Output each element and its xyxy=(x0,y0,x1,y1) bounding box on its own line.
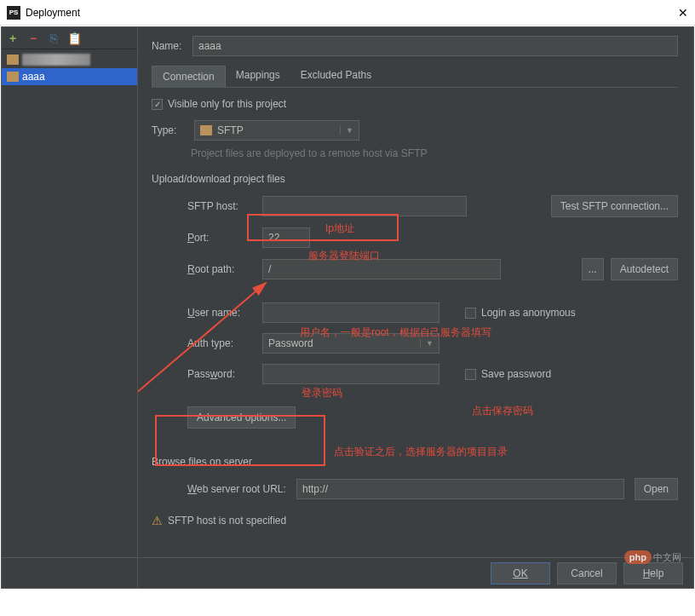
chevron-down-icon: ▼ xyxy=(420,339,434,348)
tab-mappings[interactable]: Mappings xyxy=(226,65,290,87)
root-path-input[interactable] xyxy=(262,259,501,279)
watermark-text: 中文网 xyxy=(653,551,681,564)
login-anonymous-label: Login as anonymous xyxy=(481,307,576,319)
open-button[interactable]: Open xyxy=(635,478,678,500)
auth-type-label: Auth type: xyxy=(152,337,262,349)
web-url-label: Web server root URL: xyxy=(152,483,296,495)
test-connection-button[interactable]: Test SFTP connection... xyxy=(551,195,678,217)
auth-type-value: Password xyxy=(268,337,313,349)
watermark-brand: php xyxy=(624,550,652,564)
advanced-options-button[interactable]: Advanced options... xyxy=(187,406,296,429)
chevron-down-icon: ▼ xyxy=(340,126,353,135)
port-label: Port: xyxy=(152,232,262,244)
name-label: Name: xyxy=(152,40,192,52)
tabs: Connection Mappings Excluded Paths xyxy=(152,65,678,88)
upload-section-title: Upload/download project files xyxy=(152,173,678,185)
content-panel: Name: Connection Mappings Excluded Paths… xyxy=(138,27,693,588)
sidebar: + − ⎘ 📋 aaaa xyxy=(2,27,138,588)
visible-only-checkbox[interactable]: ✓ xyxy=(152,99,163,110)
app-icon: PS xyxy=(7,6,20,20)
tab-excluded-paths[interactable]: Excluded Paths xyxy=(290,65,382,87)
browse-section-title: Browse files on server xyxy=(152,456,678,468)
cancel-button[interactable]: Cancel xyxy=(557,562,617,584)
name-input[interactable] xyxy=(192,36,678,56)
titlebar: PS Deployment ✕ xyxy=(0,0,695,26)
auth-type-select[interactable]: Password ▼ xyxy=(262,333,439,354)
save-password-label: Save password xyxy=(481,368,551,380)
footer: OK Cancel Help xyxy=(2,557,693,588)
sidebar-toolbar: + − ⎘ 📋 xyxy=(2,27,137,49)
add-icon[interactable]: + xyxy=(7,32,19,44)
browse-root-button[interactable]: ... xyxy=(582,258,604,280)
remove-icon[interactable]: − xyxy=(27,32,39,44)
root-path-label: Root path: xyxy=(152,263,262,275)
watermark: php 中文网 xyxy=(624,550,681,564)
sftp-host-input[interactable] xyxy=(262,196,467,216)
sftp-host-label: SFTP host: xyxy=(152,200,262,212)
save-password-checkbox[interactable] xyxy=(465,369,476,380)
password-input[interactable] xyxy=(262,364,439,384)
server-icon xyxy=(7,55,19,65)
user-name-input[interactable] xyxy=(262,302,439,323)
user-name-label: User name: xyxy=(152,307,262,319)
warning-icon: ⚠ xyxy=(152,514,163,527)
warning-text: SFTP host is not specified xyxy=(168,515,286,527)
server-icon xyxy=(7,72,19,82)
server-tree: aaaa xyxy=(2,49,137,87)
visible-only-label: Visible only for this project xyxy=(168,98,286,110)
main-panel: + − ⎘ 📋 aaaa Name: Connection Mappings E… xyxy=(1,26,694,589)
web-url-input[interactable] xyxy=(296,479,624,499)
type-hint: Project files are deployed to a remote h… xyxy=(191,147,678,159)
type-label: Type: xyxy=(152,124,187,136)
port-input[interactable] xyxy=(262,227,310,248)
paste-icon[interactable]: 📋 xyxy=(68,32,80,44)
ok-button[interactable]: OK xyxy=(491,562,550,584)
sftp-icon xyxy=(200,125,212,135)
window-title: Deployment xyxy=(26,7,654,19)
help-button[interactable]: Help xyxy=(623,562,683,584)
tree-item-label: aaaa xyxy=(22,71,45,83)
login-anonymous-checkbox[interactable] xyxy=(465,308,476,319)
tree-item[interactable] xyxy=(2,51,137,68)
tree-item-label-blurred xyxy=(22,54,90,66)
password-label: Password: xyxy=(152,368,262,380)
tab-connection[interactable]: Connection xyxy=(152,66,226,88)
close-icon[interactable]: ✕ xyxy=(654,6,688,20)
autodetect-button[interactable]: Autodetect xyxy=(611,258,678,280)
type-value: SFTP xyxy=(217,124,244,136)
tree-item[interactable]: aaaa xyxy=(2,68,137,85)
type-select[interactable]: SFTP ▼ xyxy=(194,120,359,141)
copy-icon[interactable]: ⎘ xyxy=(48,32,60,44)
